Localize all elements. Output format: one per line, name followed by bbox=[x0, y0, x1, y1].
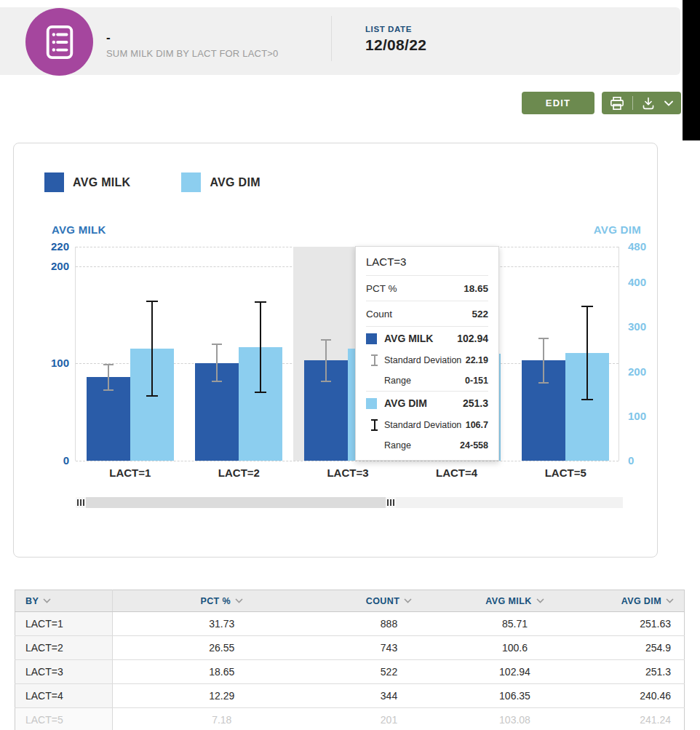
x-axis-label: LACT=2 bbox=[185, 467, 294, 479]
data-table: BYPCT %COUNTAVG MILKAVG DIM LACT=131.738… bbox=[15, 590, 685, 730]
screen-edge-black-strip bbox=[683, 0, 700, 140]
report-icon-badge bbox=[25, 8, 93, 76]
legend-swatch bbox=[181, 172, 201, 192]
list-report-icon bbox=[43, 24, 76, 60]
table-cell: LACT=3 bbox=[15, 660, 113, 684]
page-title: - bbox=[106, 31, 111, 45]
column-header-by[interactable]: BY bbox=[15, 590, 113, 612]
legend-label: AVG MILK bbox=[73, 176, 130, 189]
x-axis-label: LACT=3 bbox=[293, 467, 402, 479]
error-bar-avg-dim bbox=[255, 301, 266, 392]
tooltip-series-swatch bbox=[366, 333, 377, 344]
table-cell: 18.65 bbox=[113, 660, 331, 684]
chart-card: AVG MILKAVG DIM AVG MILK AVG DIM LACT=1L… bbox=[13, 143, 658, 558]
gridline bbox=[76, 461, 619, 461]
chart-scrollbar[interactable] bbox=[76, 497, 623, 508]
column-header-count[interactable]: COUNT bbox=[331, 590, 448, 612]
tooltip-sd-value: 22.19 bbox=[466, 355, 488, 365]
export-button-group bbox=[602, 92, 681, 114]
errbar-stem bbox=[260, 303, 261, 391]
tooltip-series-header: AVG MILK102.94 bbox=[366, 327, 488, 350]
errbar-stem bbox=[586, 307, 588, 399]
left-axis-tick: 200 bbox=[24, 259, 69, 273]
right-axis-tick: 400 bbox=[628, 275, 646, 289]
error-bar-icon bbox=[371, 354, 378, 366]
table-cell: 201 bbox=[331, 708, 448, 730]
table-row[interactable]: LACT=226.55743100.6254.9 bbox=[15, 636, 685, 660]
tooltip-row-value: 18.65 bbox=[464, 283, 488, 294]
tooltip-row-value: 522 bbox=[472, 309, 488, 320]
left-axis-title: AVG MILK bbox=[52, 223, 106, 236]
table-cell: 102.94 bbox=[448, 660, 583, 684]
left-axis-tick: 100 bbox=[24, 356, 69, 370]
tooltip-row-label: Count bbox=[366, 309, 392, 320]
tooltip-row-label: PCT % bbox=[366, 283, 397, 294]
column-header-avgdim[interactable]: AVG DIM bbox=[583, 590, 685, 612]
table-cell: 103.08 bbox=[448, 708, 583, 730]
errbar-stem bbox=[108, 365, 109, 389]
left-axis-tick: 220 bbox=[24, 239, 69, 253]
tooltip-range-label: Range bbox=[384, 440, 411, 451]
x-axis-label: LACT=4 bbox=[402, 467, 512, 479]
tooltip-range-label: Range bbox=[384, 376, 411, 386]
scrollbar-left-grip[interactable] bbox=[76, 497, 86, 508]
table-row[interactable]: LACT=57.18201103.08241.24 bbox=[15, 708, 685, 730]
sort-chevron-icon bbox=[666, 598, 674, 603]
table-cell: LACT=4 bbox=[15, 684, 113, 708]
tooltip-series-name: AVG MILK bbox=[384, 333, 433, 344]
table-cell: 743 bbox=[331, 636, 448, 660]
column-header-avgmilk[interactable]: AVG MILK bbox=[448, 590, 583, 612]
page-subtitle: SUM MILK DIM BY LACT FOR LACT>0 bbox=[106, 48, 279, 59]
edit-button[interactable]: EDIT bbox=[522, 92, 594, 114]
table-cell: 251.63 bbox=[583, 612, 685, 636]
table-cell: 85.71 bbox=[448, 612, 583, 636]
table-cell: 522 bbox=[331, 660, 448, 684]
table-cell: LACT=2 bbox=[15, 636, 113, 660]
sort-chevron-icon bbox=[536, 598, 544, 603]
list-date-label: LIST DATE bbox=[365, 25, 412, 33]
legend-item-avg-milk[interactable]: AVG MILK bbox=[44, 172, 130, 192]
x-axis-label: LACT=1 bbox=[76, 467, 185, 479]
right-axis-title: AVG DIM bbox=[594, 223, 641, 236]
error-bar-avg-milk bbox=[538, 338, 549, 384]
table-cell: 251.3 bbox=[583, 660, 685, 684]
printer-icon bbox=[610, 97, 624, 110]
table-cell: 241.24 bbox=[583, 708, 685, 730]
errbar-stem bbox=[325, 341, 327, 381]
tooltip-row: Count522 bbox=[366, 301, 488, 326]
sort-chevron-icon bbox=[43, 598, 51, 603]
table-cell: 12.29 bbox=[113, 684, 331, 708]
table-cell: 7.18 bbox=[113, 708, 331, 730]
column-header-label: AVG DIM bbox=[621, 596, 661, 606]
right-axis-tick: 200 bbox=[628, 365, 646, 378]
tooltip-series-value: 102.94 bbox=[457, 333, 488, 344]
scrollbar-right-grip[interactable] bbox=[386, 497, 396, 508]
column-header-pct[interactable]: PCT % bbox=[113, 590, 331, 612]
error-bar-avg-milk bbox=[212, 344, 222, 381]
table-row[interactable]: LACT=131.7388885.71251.63 bbox=[15, 612, 685, 636]
error-bar-avg-dim bbox=[581, 306, 593, 400]
table-row[interactable]: LACT=318.65522102.94251.3 bbox=[15, 660, 685, 684]
tooltip-sd-row: Standard Deviation106.7 bbox=[366, 415, 488, 435]
chart-legend: AVG MILKAVG DIM bbox=[44, 172, 260, 192]
table-cell: 240.46 bbox=[583, 684, 685, 708]
chevron-down-icon bbox=[664, 100, 673, 106]
left-axis-tick: 0 bbox=[24, 453, 69, 467]
tooltip-sd-label: Standard Deviation bbox=[384, 420, 461, 430]
x-axis-label: LACT=5 bbox=[511, 467, 620, 479]
legend-item-avg-dim[interactable]: AVG DIM bbox=[181, 172, 260, 192]
tooltip-row: PCT %18.65 bbox=[366, 276, 488, 301]
legend-swatch bbox=[44, 172, 64, 192]
download-options-button[interactable] bbox=[663, 100, 675, 106]
header-band bbox=[0, 7, 680, 75]
print-button[interactable] bbox=[608, 97, 626, 110]
table-cell: 344 bbox=[331, 684, 448, 708]
table-row[interactable]: LACT=412.29344106.35240.46 bbox=[15, 684, 685, 708]
right-axis-tick: 0 bbox=[628, 453, 634, 467]
chart-tooltip: LACT=3 PCT %18.65Count522AVG MILK102.94S… bbox=[355, 246, 499, 461]
scrollbar-selection[interactable] bbox=[86, 497, 386, 508]
tooltip-sd-label: Standard Deviation bbox=[384, 355, 461, 365]
column-header-label: COUNT bbox=[366, 596, 399, 606]
download-icon bbox=[642, 97, 655, 110]
download-button[interactable] bbox=[640, 97, 656, 110]
